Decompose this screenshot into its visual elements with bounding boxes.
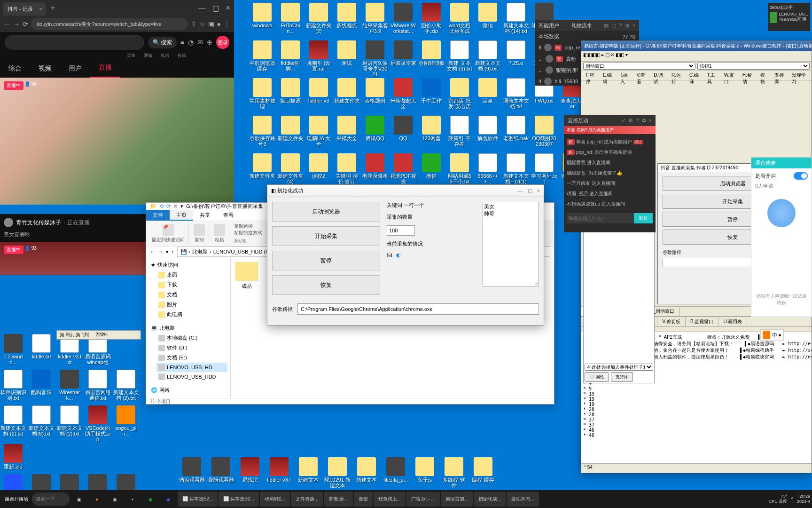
profile-icon[interactable]: ● — [217, 20, 221, 28]
path-input[interactable] — [297, 303, 539, 315]
taskbar-item[interactable]: 微信 — [354, 492, 373, 507]
minimize-icon[interactable]: — — [198, 4, 206, 13]
browser-tab[interactable]: 抖音 - 记录× — [3, 2, 46, 16]
desktop-icon[interactable]: 易语言网络通信.txt — [85, 370, 111, 401]
desktop-icon[interactable]: VSCode的助手模式.zip — [85, 405, 111, 442]
desktop-icon[interactable]: 谷歌浏览器缓存 — [249, 40, 275, 71]
share-icon[interactable]: ⇪ — [191, 20, 196, 28]
desktop-icon[interactable]: 多线程 软件 — [441, 457, 467, 488]
tab-all[interactable]: 综合 — [0, 60, 30, 78]
combo-window[interactable]: 启动窗口 — [583, 63, 695, 70]
desktop-icon[interactable]: 新建文本文档+.txt(1) — [503, 153, 529, 184]
cpu-temp[interactable]: 73°CPU 温度 — [769, 494, 788, 504]
desktop-icon[interactable]: QQ — [390, 116, 416, 141]
tab-video[interactable]: 视频 — [30, 60, 60, 78]
desktop-icon[interactable]: 123网盘 — [418, 116, 445, 141]
tree-item[interactable]: 文档 (E:) — [156, 353, 227, 363]
forward-icon[interactable]: → — [158, 249, 163, 254]
gear-icon[interactable]: ✿ — [642, 118, 646, 124]
desktop-icon[interactable]: 现10291 新建文本 — [324, 457, 351, 488]
desktop-icon[interactable]: 老图纸.bak — [503, 116, 529, 141]
ribbon-pin[interactable]: 📌固定到快速访问 — [148, 223, 189, 244]
btn-attr[interactable]: ⬜ 属性 — [585, 372, 609, 382]
tab-user[interactable]: 用户 — [60, 60, 90, 78]
event-selector[interactable]: 在此处选择加入事件处理子程序 — [585, 364, 653, 371]
tree-network[interactable]: 🌐网络 — [149, 385, 227, 395]
panel-title[interactable]: 语音连麦 — [751, 158, 812, 168]
desktop-icon[interactable]: 电脑录像机 — [362, 153, 388, 179]
taskbar-item[interactable]: 广告.txt - ... — [406, 492, 440, 507]
desktop-icon[interactable]: 京都店 批发 安心店 — [446, 78, 473, 109]
maximize-icon[interactable]: ▢ — [212, 4, 219, 13]
desktop-icon[interactable]: 新建文本文档 (2).txt — [56, 405, 83, 442]
popout-icon[interactable]: ▢ — [611, 23, 616, 29]
taskbar-search[interactable]: 搜索一下 — [32, 492, 70, 506]
menu-tools[interactable]: T.工具 — [704, 71, 720, 80]
desktop-icon[interactable]: 谈校2 — [305, 153, 332, 179]
tree-quickaccess[interactable]: ★快速访问 — [149, 260, 227, 270]
address-input[interactable]: douyin.com/search/美女?source=switch_tab&t… — [31, 18, 188, 30]
desktop-icon[interactable]: 表格题例 — [362, 78, 388, 103]
browser-icon[interactable]: ◉ — [142, 492, 159, 507]
desktop-icon[interactable]: windows — [249, 3, 275, 28]
desktop-icon[interactable]: 千牛工作 — [418, 78, 445, 103]
desktop-icon[interactable]: 常用素材整理 — [249, 78, 275, 109]
desktop-icon[interactable]: 软件识别识别.txt — [0, 370, 26, 401]
tab-live[interactable]: 直播 — [90, 59, 120, 78]
menu-learn[interactable]: 发现学习 — [789, 71, 810, 80]
taskbar-item[interactable]: 初始化成... — [474, 492, 506, 507]
tray-up-icon[interactable]: ^ — [791, 497, 793, 502]
search-input[interactable] — [5, 35, 144, 50]
desktop-icon[interactable]: filezila_p... — [383, 457, 409, 488]
taskview-icon[interactable]: ▣ — [70, 492, 87, 507]
tree-item[interactable]: 本地磁盘 (C:) — [156, 333, 227, 343]
popout-icon[interactable]: ⤢ — [621, 118, 625, 124]
desktop-icon[interactable]: FdToChin... — [277, 3, 304, 34]
desktop-icon[interactable]: 结果采集客户3.9 — [362, 3, 388, 34]
desktop-icon[interactable]: fiddler v3.r — [266, 457, 292, 488]
cmd-icon[interactable]: ▪ — [124, 492, 141, 507]
taskbar-item[interactable]: 发现学习... — [507, 492, 539, 507]
taskbar-item[interactable]: 鲤鱼棋上... — [374, 492, 406, 507]
dialog-titlebar[interactable]: ◧ 初始化成功 —▢× — [267, 185, 544, 197]
back-icon[interactable]: ← — [150, 249, 155, 254]
ribbon-tab-share[interactable]: 共享 — [193, 210, 217, 221]
search-button[interactable]: 🔍搜索 — [148, 37, 177, 48]
tree-item[interactable]: 桌面 — [156, 270, 227, 280]
tab-callstack[interactable]: U.调用表 — [718, 317, 747, 326]
desktop-icon[interactable]: 兔子js — [412, 457, 438, 488]
live-stream-thumbnail[interactable]: 直播中 👤 34 — [0, 78, 234, 205]
folder-item[interactable]: 成品 — [235, 262, 258, 290]
close-icon[interactable]: × — [632, 23, 635, 29]
close-icon[interactable]: × — [649, 118, 652, 124]
tree-item[interactable]: 软件 (D:) — [156, 343, 227, 353]
desktop-icon[interactable]: QQ截图20230307 — [531, 116, 557, 147]
desktop-icon[interactable]: 新建文本文档 (2).txt — [113, 370, 139, 401]
desktop-icon[interactable]: 新建文本 — [353, 457, 380, 488]
desktop-icon[interactable]: 测试 — [334, 40, 360, 66]
desktop-icon[interactable]: 微信 — [418, 153, 445, 179]
taskbar-item[interactable]: x64调试... — [260, 492, 290, 507]
tab-watch[interactable]: B.监视窗口 — [686, 317, 718, 326]
ribbon-tab-home[interactable]: 主页 — [170, 210, 193, 221]
login-button[interactable]: 登录 — [216, 36, 229, 49]
desktop-icon[interactable]: 酷狗音乐 — [28, 370, 55, 401]
chat-input[interactable] — [567, 213, 634, 223]
desktop-icon[interactable]: 学习网址.txt — [531, 153, 557, 184]
desktop-icon[interactable]: fiddler v3 — [305, 78, 332, 103]
settings-icon[interactable]: ⚙ — [625, 23, 630, 29]
count-input[interactable] — [387, 225, 415, 236]
crumb[interactable]: LENOVO_USB_HDD (G — [213, 249, 270, 254]
start-scrape-button[interactable]: 开始采集 — [272, 226, 380, 246]
desktop-icon[interactable]: 活泉 — [475, 78, 501, 103]
desktop-icon[interactable]: 新建文本文档 (2).txt — [0, 405, 26, 442]
desktop-icon[interactable]: Wireshark... — [56, 370, 83, 401]
desktop-icon[interactable]: sogou_pin... — [113, 405, 139, 442]
tab-clipboard[interactable]: V.剪切板 — [657, 317, 686, 326]
desktop-icon[interactable]: 新建文本 — [295, 457, 321, 488]
menu-window[interactable]: W.窗口 — [721, 71, 739, 80]
menu-edit[interactable]: E.编辑 — [600, 71, 617, 80]
desktop-icon[interactable]: 多线程抓 — [334, 3, 360, 28]
desktop-icon[interactable]: 解包软件 — [475, 116, 501, 141]
close-icon[interactable]: × — [39, 6, 42, 12]
